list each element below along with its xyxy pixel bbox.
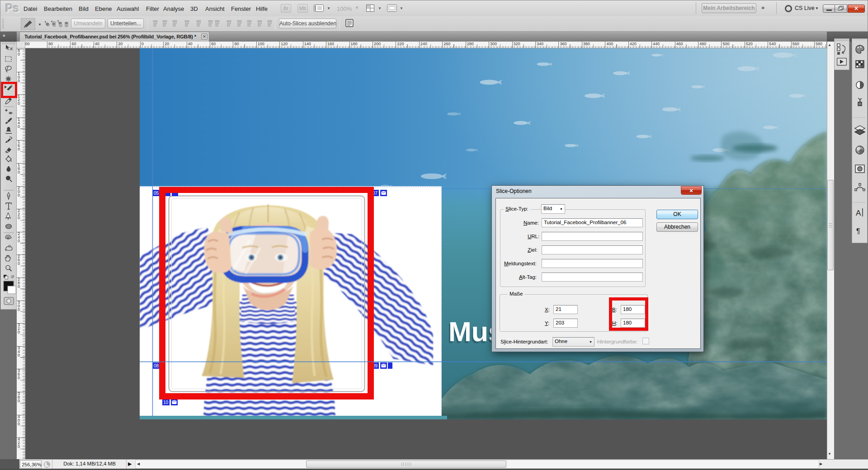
svg-text:08: 08	[154, 363, 159, 368]
svg-text:A: A	[856, 209, 861, 217]
svg-text:05: 05	[154, 191, 159, 196]
svg-text:10: 10	[163, 400, 169, 405]
svg-text:¶: ¶	[856, 227, 860, 235]
